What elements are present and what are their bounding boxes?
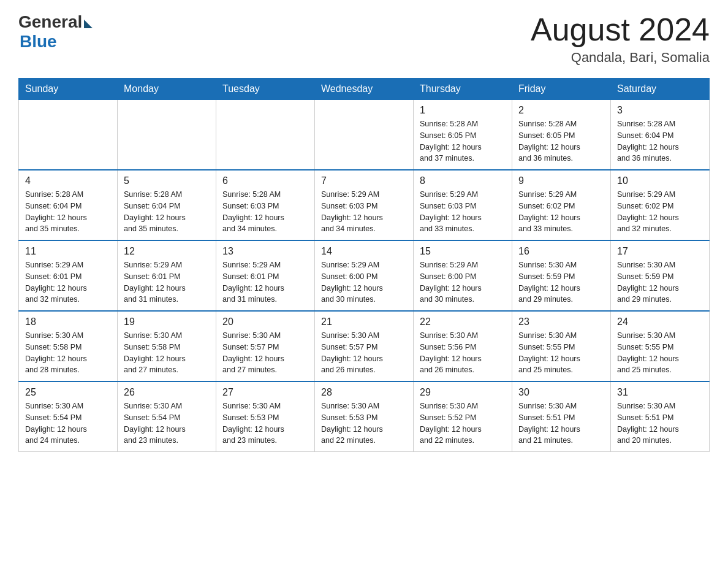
day-number: 31 [617, 387, 703, 398]
calendar-cell: 28Sunrise: 5:30 AM Sunset: 5:53 PM Dayli… [315, 381, 414, 452]
day-info: Sunrise: 5:29 AM Sunset: 6:01 PM Dayligh… [124, 259, 210, 305]
day-number: 29 [420, 387, 506, 398]
calendar-cell: 21Sunrise: 5:30 AM Sunset: 5:57 PM Dayli… [315, 311, 414, 381]
calendar-cell: 19Sunrise: 5:30 AM Sunset: 5:58 PM Dayli… [118, 311, 216, 381]
day-number: 14 [321, 246, 407, 257]
calendar-cell: 22Sunrise: 5:30 AM Sunset: 5:56 PM Dayli… [414, 311, 512, 381]
calendar-table: SundayMondayTuesdayWednesdayThursdayFrid… [18, 78, 710, 452]
day-info: Sunrise: 5:30 AM Sunset: 5:58 PM Dayligh… [124, 330, 210, 376]
day-number: 22 [420, 316, 506, 327]
calendar-cell [118, 100, 216, 170]
calendar-cell: 1Sunrise: 5:28 AM Sunset: 6:05 PM Daylig… [414, 100, 512, 170]
day-number: 10 [617, 175, 703, 186]
day-number: 28 [321, 387, 407, 398]
day-number: 24 [617, 316, 703, 327]
calendar-cell: 31Sunrise: 5:30 AM Sunset: 5:51 PM Dayli… [611, 381, 710, 452]
day-info: Sunrise: 5:30 AM Sunset: 5:57 PM Dayligh… [222, 330, 308, 376]
day-info: Sunrise: 5:30 AM Sunset: 5:59 PM Dayligh… [518, 259, 604, 305]
calendar-cell: 27Sunrise: 5:30 AM Sunset: 5:53 PM Dayli… [216, 381, 315, 452]
page-header: General Blue August 2024 Qandala, Bari, … [18, 12, 710, 66]
calendar-cell [19, 100, 118, 170]
day-info: Sunrise: 5:28 AM Sunset: 6:04 PM Dayligh… [124, 189, 210, 235]
calendar-cell [216, 100, 315, 170]
day-info: Sunrise: 5:29 AM Sunset: 6:02 PM Dayligh… [518, 189, 604, 235]
day-number: 11 [25, 246, 111, 257]
calendar-week-5: 25Sunrise: 5:30 AM Sunset: 5:54 PM Dayli… [19, 381, 710, 452]
calendar-cell: 9Sunrise: 5:29 AM Sunset: 6:02 PM Daylig… [512, 170, 611, 240]
header-wednesday: Wednesday [315, 79, 414, 100]
day-number: 15 [420, 246, 506, 257]
day-number: 21 [321, 316, 407, 327]
day-info: Sunrise: 5:29 AM Sunset: 6:00 PM Dayligh… [321, 259, 407, 305]
location-title: Qandala, Bari, Somalia [531, 50, 710, 66]
day-number: 20 [222, 316, 308, 327]
calendar-cell: 26Sunrise: 5:30 AM Sunset: 5:54 PM Dayli… [118, 381, 216, 452]
calendar-cell: 14Sunrise: 5:29 AM Sunset: 6:00 PM Dayli… [315, 240, 414, 311]
day-number: 26 [124, 387, 210, 398]
day-number: 4 [25, 175, 111, 186]
day-info: Sunrise: 5:30 AM Sunset: 5:51 PM Dayligh… [617, 400, 703, 446]
day-info: Sunrise: 5:29 AM Sunset: 6:01 PM Dayligh… [222, 259, 308, 305]
day-number: 3 [617, 105, 703, 116]
day-number: 18 [25, 316, 111, 327]
day-info: Sunrise: 5:30 AM Sunset: 5:54 PM Dayligh… [124, 400, 210, 446]
header-monday: Monday [118, 79, 216, 100]
day-number: 27 [222, 387, 308, 398]
day-info: Sunrise: 5:28 AM Sunset: 6:04 PM Dayligh… [25, 189, 111, 235]
logo-arrow-icon [84, 20, 93, 28]
day-number: 6 [222, 175, 308, 186]
title-block: August 2024 Qandala, Bari, Somalia [531, 12, 710, 66]
logo: General Blue [18, 12, 93, 52]
calendar-cell: 5Sunrise: 5:28 AM Sunset: 6:04 PM Daylig… [118, 170, 216, 240]
calendar-cell: 30Sunrise: 5:30 AM Sunset: 5:51 PM Dayli… [512, 381, 611, 452]
calendar-cell: 29Sunrise: 5:30 AM Sunset: 5:52 PM Dayli… [414, 381, 512, 452]
day-info: Sunrise: 5:30 AM Sunset: 5:54 PM Dayligh… [25, 400, 111, 446]
calendar-week-2: 4Sunrise: 5:28 AM Sunset: 6:04 PM Daylig… [19, 170, 710, 240]
day-info: Sunrise: 5:29 AM Sunset: 6:00 PM Dayligh… [420, 259, 506, 305]
calendar-cell: 24Sunrise: 5:30 AM Sunset: 5:55 PM Dayli… [611, 311, 710, 381]
calendar-cell: 11Sunrise: 5:29 AM Sunset: 6:01 PM Dayli… [19, 240, 118, 311]
calendar-week-4: 18Sunrise: 5:30 AM Sunset: 5:58 PM Dayli… [19, 311, 710, 381]
header-sunday: Sunday [19, 79, 118, 100]
calendar-cell: 18Sunrise: 5:30 AM Sunset: 5:58 PM Dayli… [19, 311, 118, 381]
calendar-cell: 12Sunrise: 5:29 AM Sunset: 6:01 PM Dayli… [118, 240, 216, 311]
day-number: 13 [222, 246, 308, 257]
header-friday: Friday [512, 79, 611, 100]
calendar-cell [315, 100, 414, 170]
calendar-cell: 20Sunrise: 5:30 AM Sunset: 5:57 PM Dayli… [216, 311, 315, 381]
calendar-week-1: 1Sunrise: 5:28 AM Sunset: 6:05 PM Daylig… [19, 100, 710, 170]
day-info: Sunrise: 5:28 AM Sunset: 6:05 PM Dayligh… [518, 118, 604, 164]
day-number: 7 [321, 175, 407, 186]
calendar-cell: 13Sunrise: 5:29 AM Sunset: 6:01 PM Dayli… [216, 240, 315, 311]
day-info: Sunrise: 5:30 AM Sunset: 5:56 PM Dayligh… [420, 330, 506, 376]
day-number: 12 [124, 246, 210, 257]
calendar-cell: 6Sunrise: 5:28 AM Sunset: 6:03 PM Daylig… [216, 170, 315, 240]
day-info: Sunrise: 5:30 AM Sunset: 5:51 PM Dayligh… [518, 400, 604, 446]
day-number: 25 [25, 387, 111, 398]
day-info: Sunrise: 5:30 AM Sunset: 5:55 PM Dayligh… [518, 330, 604, 376]
day-number: 19 [124, 316, 210, 327]
day-info: Sunrise: 5:29 AM Sunset: 6:02 PM Dayligh… [617, 189, 703, 235]
calendar-cell: 2Sunrise: 5:28 AM Sunset: 6:05 PM Daylig… [512, 100, 611, 170]
day-info: Sunrise: 5:30 AM Sunset: 5:55 PM Dayligh… [617, 330, 703, 376]
header-tuesday: Tuesday [216, 79, 315, 100]
day-info: Sunrise: 5:30 AM Sunset: 5:57 PM Dayligh… [321, 330, 407, 376]
day-number: 23 [518, 316, 604, 327]
header-saturday: Saturday [611, 79, 710, 100]
day-info: Sunrise: 5:28 AM Sunset: 6:05 PM Dayligh… [420, 118, 506, 164]
calendar-cell: 4Sunrise: 5:28 AM Sunset: 6:04 PM Daylig… [19, 170, 118, 240]
day-info: Sunrise: 5:29 AM Sunset: 6:01 PM Dayligh… [25, 259, 111, 305]
calendar-header-row: SundayMondayTuesdayWednesdayThursdayFrid… [19, 79, 710, 100]
day-number: 2 [518, 105, 604, 116]
day-number: 8 [420, 175, 506, 186]
calendar-cell: 10Sunrise: 5:29 AM Sunset: 6:02 PM Dayli… [611, 170, 710, 240]
header-thursday: Thursday [414, 79, 512, 100]
calendar-week-3: 11Sunrise: 5:29 AM Sunset: 6:01 PM Dayli… [19, 240, 710, 311]
day-number: 30 [518, 387, 604, 398]
logo-general-text: General [18, 12, 82, 32]
day-number: 5 [124, 175, 210, 186]
day-info: Sunrise: 5:30 AM Sunset: 5:59 PM Dayligh… [617, 259, 703, 305]
day-number: 1 [420, 105, 506, 116]
day-info: Sunrise: 5:28 AM Sunset: 6:03 PM Dayligh… [222, 189, 308, 235]
calendar-cell: 3Sunrise: 5:28 AM Sunset: 6:04 PM Daylig… [611, 100, 710, 170]
